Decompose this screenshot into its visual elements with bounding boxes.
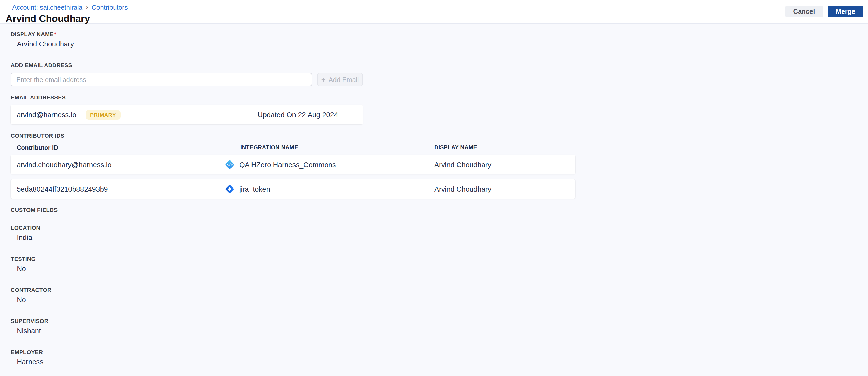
display-name-cell: Arvind Choudhary bbox=[434, 161, 491, 169]
primary-badge: PRIMARY bbox=[86, 110, 121, 119]
display-name-input[interactable] bbox=[11, 40, 363, 51]
add-email-button[interactable]: + Add Email bbox=[317, 73, 363, 86]
contributor-form: DISPLAY NAME* ADD EMAIL ADDRESS + Add Em… bbox=[0, 24, 868, 368]
breadcrumb-account-link[interactable]: Account: sai.cheethirala bbox=[12, 4, 83, 11]
svg-text:</>: </> bbox=[226, 163, 232, 167]
contributor-ids-section: CONTRIBUTOR IDS Contributor ID INTEGRATI… bbox=[11, 133, 868, 199]
testing-label: TESTING bbox=[11, 256, 868, 262]
column-header-contributor-id: Contributor ID bbox=[17, 144, 58, 151]
integration-cell: jira_token bbox=[224, 183, 270, 195]
integration-cell: </> QA HZero Harness_Commons bbox=[224, 159, 336, 170]
merge-button[interactable]: Merge bbox=[828, 6, 863, 17]
jira-icon bbox=[224, 183, 235, 195]
email-updated-on: Updated On 22 Aug 2024 bbox=[257, 111, 338, 119]
contributor-id-cell: 5eda80244ff3210b882493b9 bbox=[17, 185, 108, 193]
contributor-ids-label: CONTRIBUTOR IDS bbox=[11, 133, 868, 139]
integration-name: QA HZero Harness_Commons bbox=[239, 161, 336, 169]
supervisor-input[interactable] bbox=[11, 327, 363, 337]
custom-field-contractor: CONTRACTOR bbox=[11, 287, 868, 306]
location-input[interactable] bbox=[11, 234, 363, 244]
supervisor-label: SUPERVISOR bbox=[11, 318, 868, 324]
header-actions: Cancel Merge bbox=[785, 6, 863, 17]
breadcrumb-contributors-link[interactable]: Contributors bbox=[92, 4, 128, 11]
email-address-row: arvind@harness.io PRIMARY Updated On 22 … bbox=[11, 105, 363, 124]
add-email-label: ADD EMAIL ADDRESS bbox=[11, 62, 868, 69]
email-addresses-label: EMAIL ADDRESSES bbox=[11, 94, 868, 101]
add-email-section: ADD EMAIL ADDRESS + Add Email bbox=[11, 62, 868, 86]
add-email-button-label: Add Email bbox=[329, 76, 359, 83]
contributor-id-cell: arvind.choudhary@harness.io bbox=[17, 161, 112, 169]
custom-field-employer: EMPLOYER bbox=[11, 349, 868, 368]
custom-field-location: LOCATION bbox=[11, 225, 868, 244]
page-title: Arvind Choudhary bbox=[6, 13, 128, 24]
page-header: Account: sai.cheethirala › Contributors … bbox=[0, 0, 868, 24]
display-name-label: DISPLAY NAME* bbox=[11, 31, 868, 38]
email-address-value: arvind@harness.io bbox=[17, 111, 76, 119]
chevron-right-icon: › bbox=[86, 4, 88, 11]
custom-fields-label: CUSTOM FIELDS bbox=[11, 207, 868, 213]
cancel-button[interactable]: Cancel bbox=[785, 6, 823, 17]
display-name-field: DISPLAY NAME* bbox=[11, 31, 868, 51]
plus-icon: + bbox=[321, 76, 326, 83]
breadcrumb: Account: sai.cheethirala › Contributors bbox=[12, 4, 128, 11]
contractor-input[interactable] bbox=[11, 296, 363, 306]
email-addresses-section: EMAIL ADDRESSES arvind@harness.io PRIMAR… bbox=[11, 94, 868, 124]
column-header-integration-name: INTEGRATION NAME bbox=[240, 144, 298, 150]
table-row: 5eda80244ff3210b882493b9 jira_token bbox=[11, 179, 575, 199]
integration-name: jira_token bbox=[239, 185, 270, 193]
employer-label: EMPLOYER bbox=[11, 349, 868, 356]
header-left: Account: sai.cheethirala › Contributors … bbox=[6, 4, 128, 24]
contractor-label: CONTRACTOR bbox=[11, 287, 868, 293]
custom-field-testing: TESTING bbox=[11, 256, 868, 275]
display-name-label-text: DISPLAY NAME bbox=[11, 31, 54, 37]
required-asterisk: * bbox=[54, 31, 57, 37]
testing-input[interactable] bbox=[11, 265, 363, 275]
table-row: arvind.choudhary@harness.io </> QA HZero… bbox=[11, 155, 575, 174]
contributor-ids-table-header: Contributor ID INTEGRATION NAME DISPLAY … bbox=[11, 144, 868, 151]
column-header-display-name: DISPLAY NAME bbox=[434, 144, 477, 150]
contributor-merge-page: Account: sai.cheethirala › Contributors … bbox=[0, 0, 868, 376]
custom-fields-section: CUSTOM FIELDS LOCATION TESTING CONTRACTO… bbox=[11, 207, 868, 368]
display-name-cell: Arvind Choudhary bbox=[434, 185, 491, 193]
employer-input[interactable] bbox=[11, 358, 363, 368]
custom-field-supervisor: SUPERVISOR bbox=[11, 318, 868, 337]
code-integration-icon: </> bbox=[224, 159, 235, 170]
location-label: LOCATION bbox=[11, 225, 868, 231]
email-address-input[interactable] bbox=[11, 73, 312, 86]
add-email-row: + Add Email bbox=[11, 73, 868, 86]
